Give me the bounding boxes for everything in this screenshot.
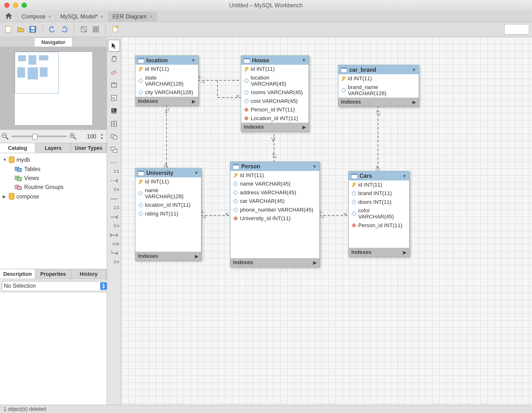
column-row[interactable]: rating INT(11) [135, 209, 201, 218]
disclosure-triangle-icon[interactable]: ▼ [3, 157, 7, 162]
indexes-label[interactable]: Indexes [341, 99, 361, 105]
layers-tab[interactable]: Layers [36, 143, 71, 153]
entity-car-brand[interactable]: car_brand▼ id INT(11)brand_name VARCHAR(… [338, 65, 419, 106]
chevron-right-icon[interactable]: ▶ [314, 260, 317, 265]
column-row[interactable]: location VARCHAR(45) [241, 74, 309, 88]
zoom-out-icon[interactable] [2, 133, 9, 140]
chevron-down-icon[interactable]: ▼ [412, 67, 416, 72]
new-tab-button[interactable] [110, 24, 121, 35]
indexes-label[interactable]: Indexes [352, 249, 372, 255]
chevron-down-icon[interactable]: ▼ [313, 164, 317, 169]
column-row[interactable]: city VARCHAR(128) [135, 88, 198, 97]
column-row[interactable]: address VARCHAR(45) [230, 188, 319, 197]
window-maximize-button[interactable] [22, 3, 27, 8]
entity-person[interactable]: Person▼ id INT(11)name VARCHAR(45)addres… [230, 161, 320, 267]
column-row[interactable]: Person_id INT(11) [241, 105, 309, 114]
layer-tool[interactable] [108, 79, 120, 91]
note-tool[interactable]: N [108, 93, 120, 103]
undo-button[interactable] [47, 24, 57, 35]
description-tab[interactable]: Description [0, 269, 36, 279]
tab-eer-diagram[interactable]: EER Diagram × [108, 12, 157, 22]
column-row[interactable]: id INT(11) [135, 177, 201, 186]
column-row[interactable]: id INT(11) [349, 180, 409, 189]
column-row[interactable]: Person_id INT(11) [349, 221, 409, 229]
tree-item-compose[interactable]: ▶ compose [0, 192, 107, 201]
close-icon[interactable]: × [149, 14, 152, 20]
tree-item-routine-groups[interactable]: Routine Groups [0, 182, 107, 191]
tree-item-mydb[interactable]: ▼ mydb [0, 155, 107, 164]
column-row[interactable]: Location_id INT(11) [241, 114, 309, 122]
new-model-button[interactable] [3, 24, 14, 35]
chevron-down-icon[interactable]: ▼ [194, 170, 199, 175]
catalog-tree[interactable]: ▼ mydb Tables Views Routine Groups [0, 153, 107, 269]
close-icon[interactable]: × [101, 14, 104, 20]
rel-1-1-non-identifying-tool[interactable] [108, 157, 120, 168]
open-model-button[interactable] [16, 24, 26, 35]
rel-n-m-identifying-tool[interactable] [108, 230, 120, 241]
chevron-down-icon[interactable]: ▼ [191, 58, 196, 63]
entity-cars[interactable]: Cars▼ id INT(11)brand INT(11)doors INT(1… [349, 171, 410, 257]
column-row[interactable]: cost VARCHAR(45) [241, 97, 309, 105]
zoom-stepper[interactable]: ▲▼ [99, 132, 105, 140]
column-row[interactable]: rooms VARCHAR(45) [241, 88, 309, 97]
eer-canvas[interactable]: ⊢⊣ ≺ ⊣⊢ ⋀ ⋁ ⊢⊣ ⊢⊣ ≺ ⊢⊣ [121, 37, 532, 405]
column-row[interactable]: brand INT(11) [349, 189, 409, 197]
chevron-right-icon[interactable]: ▶ [195, 253, 199, 258]
selection-combo[interactable]: No Selection ▲▼ [2, 281, 109, 291]
zoom-in-icon[interactable] [70, 133, 76, 140]
rel-1-1-identifying-tool[interactable] [108, 193, 120, 205]
rel-1-n-identifying-tool[interactable] [108, 211, 120, 223]
indexes-label[interactable]: Indexes [138, 98, 158, 104]
column-row[interactable]: phone_number VARCHAR(45) [230, 205, 319, 214]
tree-item-tables[interactable]: Tables [0, 164, 107, 173]
home-tab[interactable] [0, 10, 17, 22]
view-tool[interactable] [108, 131, 120, 142]
table-tool[interactable] [108, 118, 120, 129]
entity-house[interactable]: House▼ id INT(11)location VARCHAR(45)roo… [241, 55, 309, 131]
description-textarea[interactable] [0, 293, 107, 405]
user-types-tab[interactable]: User Types [71, 143, 107, 153]
rel-1-n-non-identifying-tool[interactable] [108, 175, 120, 186]
tab-compose[interactable]: Compose × [17, 12, 56, 22]
indexes-label[interactable]: Indexes [233, 259, 253, 265]
indexes-label[interactable]: Indexes [138, 253, 158, 259]
catalog-tab[interactable]: Catalog [0, 143, 36, 153]
pointer-tool[interactable] [108, 40, 120, 52]
toggle-grid-button[interactable] [79, 24, 89, 35]
column-row[interactable]: doors INT(11) [349, 197, 409, 206]
rel-1-n-pick-tool[interactable] [108, 248, 120, 259]
chevron-down-icon[interactable]: ▼ [302, 58, 306, 63]
align-grid-button[interactable] [91, 24, 101, 35]
window-minimize-button[interactable] [13, 3, 18, 8]
disclosure-triangle-icon[interactable]: ▶ [3, 194, 7, 199]
column-row[interactable]: name VARCHAR(128) [135, 186, 201, 201]
chevron-down-icon[interactable]: ▼ [402, 173, 407, 178]
column-row[interactable]: id INT(11) [241, 65, 309, 73]
column-row[interactable]: location_id INT(11) [135, 201, 201, 209]
close-icon[interactable]: × [48, 14, 51, 20]
entity-location[interactable]: location▼ id INT(11)state VARCHAR(128)ci… [135, 55, 199, 106]
indexes-label[interactable]: Indexes [244, 124, 264, 130]
history-tab[interactable]: History [71, 269, 107, 279]
eraser-tool[interactable] [108, 66, 120, 78]
navigator-tab[interactable]: Navigator [34, 38, 73, 47]
column-row[interactable]: brand_name VARCHAR(128) [339, 83, 419, 98]
search-input[interactable] [504, 24, 528, 35]
column-row[interactable]: car VARCHAR(45) [230, 197, 319, 205]
routine-group-tool[interactable] [108, 144, 120, 155]
column-row[interactable]: University_id INT(11) [230, 214, 319, 223]
column-row[interactable]: state VARCHAR(128) [135, 74, 198, 88]
navigator-overview[interactable] [0, 47, 107, 130]
tab-mysql-model[interactable]: MySQL Model* × [56, 12, 108, 22]
chevron-right-icon[interactable]: ▶ [192, 99, 195, 103]
properties-tab[interactable]: Properties [36, 269, 71, 279]
column-row[interactable]: color VARCHAR(45) [349, 206, 409, 221]
window-close-button[interactable] [4, 3, 10, 8]
image-tool[interactable] [108, 105, 120, 116]
chevron-right-icon[interactable]: ▶ [303, 124, 306, 129]
redo-button[interactable] [59, 24, 70, 35]
column-row[interactable]: id INT(11) [339, 74, 419, 83]
chevron-right-icon[interactable]: ▶ [403, 250, 407, 254]
column-row[interactable]: id INT(11) [135, 65, 198, 73]
save-model-button[interactable] [28, 24, 38, 35]
